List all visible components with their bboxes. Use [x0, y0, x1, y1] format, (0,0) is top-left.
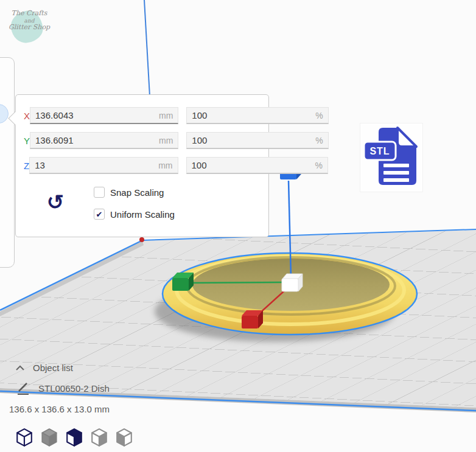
gizmo-center-handle[interactable] — [282, 274, 303, 291]
view-mode-icons — [15, 428, 134, 448]
cube-outline-shaded-right-icon[interactable] — [89, 428, 109, 448]
scale-row-y: Y mm % — [24, 132, 256, 149]
reset-scale-button[interactable]: ↺ — [43, 189, 68, 215]
gizmo-y-axis-line — [190, 282, 284, 283]
scale-rows: X mm % Y mm % — [24, 107, 256, 182]
y-axis-label: Y — [24, 136, 30, 146]
logo-text: The Crafts and Glitter Shop — [2, 10, 56, 32]
logo-line1: The Crafts — [2, 10, 56, 18]
z-percent-input[interactable] — [192, 160, 313, 170]
gizmo-y-handle[interactable] — [172, 273, 194, 291]
x-axis-label: X — [24, 111, 30, 121]
x-size-field[interactable]: mm — [30, 107, 178, 124]
stl-badge-label: STL — [369, 146, 390, 156]
y-percent-field[interactable]: % — [186, 132, 328, 149]
scale-panel: X mm % Y mm % — [15, 94, 269, 237]
z-percent-unit: % — [315, 161, 323, 170]
check-icon: ✔ — [96, 210, 103, 218]
y-percent-input[interactable] — [192, 135, 313, 145]
gizmo-x-handle[interactable] — [242, 310, 263, 329]
z-size-field[interactable]: mm — [29, 157, 178, 174]
reset-icon: ↺ — [47, 190, 65, 214]
x-percent-field[interactable]: % — [186, 107, 328, 124]
object-list-item-name: STL00650-2 Dish — [38, 383, 110, 394]
plate-corner-marker — [139, 237, 144, 242]
snap-scaling-label: Snap Scaling — [110, 187, 164, 198]
y-size-input[interactable] — [35, 135, 156, 145]
tool-sidebar — [0, 57, 15, 268]
cube-wireframe-icon[interactable] — [15, 428, 34, 448]
x-size-input[interactable] — [35, 110, 156, 120]
cube-outline-shaded-left-icon[interactable] — [114, 428, 134, 448]
x-percent-unit: % — [315, 111, 323, 120]
object-list-toggle[interactable]: Object list — [15, 363, 73, 373]
uniform-scaling-label: Uniform Scaling — [110, 209, 175, 220]
cube-solid-navy-icon[interactable] — [65, 428, 84, 448]
cube-solid-gray-icon[interactable] — [40, 428, 59, 448]
object-list-item[interactable]: STL00650-2 Dish — [16, 381, 110, 395]
application-window: The Crafts and Glitter Shop — [0, 0, 476, 452]
scale-row-z: Z mm % — [24, 157, 256, 174]
stl-file-graphic: STL — [360, 123, 422, 192]
y-size-field[interactable]: mm — [30, 132, 178, 149]
z-percent-field[interactable]: % — [186, 157, 328, 174]
snap-scaling-row[interactable]: ✔ Snap Scaling — [94, 186, 175, 198]
y-percent-unit: % — [315, 136, 323, 145]
z-axis-label: Z — [24, 161, 29, 171]
z-axis-guide-line — [144, 0, 150, 96]
x-size-unit: mm — [159, 111, 173, 120]
model-dimensions: 136.6 x 136.6 x 13.0 mm — [9, 404, 110, 414]
snap-scaling-checkbox[interactable]: ✔ — [94, 187, 105, 198]
scaling-options: ✔ Snap Scaling ✔ Uniform Scaling — [94, 186, 175, 230]
object-list-title: Object list — [33, 363, 73, 373]
plate-outline-left — [0, 240, 142, 310]
dish-model[interactable] — [163, 253, 417, 335]
uniform-scaling-checkbox[interactable]: ✔ — [94, 209, 105, 220]
chevron-up-icon — [15, 364, 25, 372]
x-percent-input[interactable] — [192, 110, 313, 120]
uniform-scaling-row[interactable]: ✔ Uniform Scaling — [94, 208, 175, 220]
y-size-unit: mm — [159, 136, 173, 145]
scale-tool-button[interactable] — [0, 104, 9, 123]
stl-file-icon: STL — [360, 123, 422, 192]
pencil-icon — [16, 381, 30, 395]
logo-line3: Glitter Shop — [2, 24, 56, 32]
z-size-input[interactable] — [35, 160, 156, 170]
shop-logo: The Crafts and Glitter Shop — [1, 2, 60, 50]
z-size-unit: mm — [158, 161, 172, 170]
scale-row-x: X mm % — [24, 107, 256, 124]
